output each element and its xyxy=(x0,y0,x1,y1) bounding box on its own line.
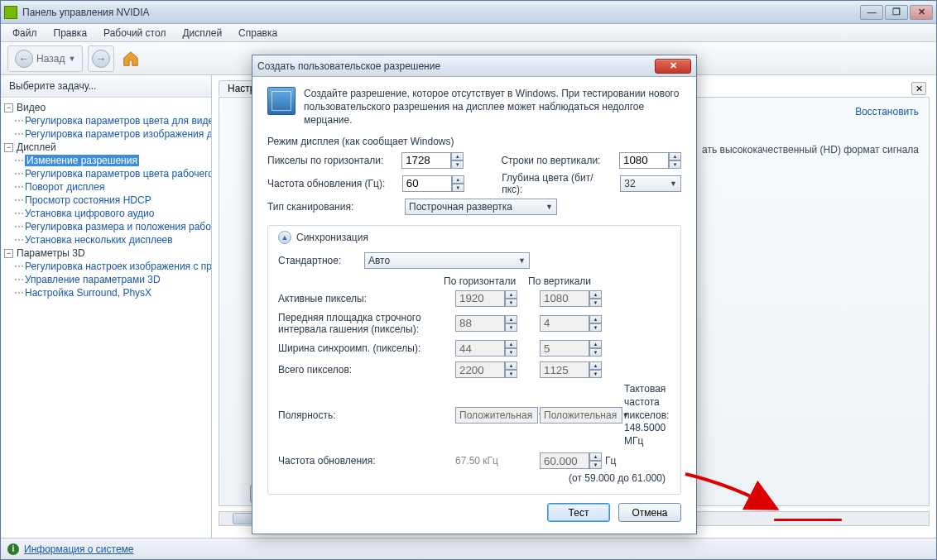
menubar: Файл Правка Рабочий стол Дисплей Справка xyxy=(1,24,936,42)
hd-fragment-text: ать высококачественный (HD) формат сигна… xyxy=(702,144,919,156)
scan-rate-v-input xyxy=(540,452,589,469)
dialog-intro-text: Создайте разрешение, которое отсутствует… xyxy=(304,87,681,127)
back-button[interactable]: ← Назад ▼ xyxy=(7,45,83,72)
porch-v-input xyxy=(540,315,589,332)
sync-width-label: Ширина синхроимп. (пикселы): xyxy=(278,342,444,354)
total-pixels-label: Всего пикселов: xyxy=(278,364,444,376)
dialog-close-button[interactable]: ✕ xyxy=(655,59,691,74)
sidebar: Выберите задачу... −Видео ⋯Регулировка п… xyxy=(1,75,212,538)
tree-item[interactable]: ⋯Поворот дисплея xyxy=(2,180,209,194)
tree-item[interactable]: ⋯Регулировка настроек изображения с прос… xyxy=(2,260,209,273)
collapse-icon[interactable]: − xyxy=(4,103,13,112)
monitor-icon xyxy=(267,87,296,115)
syncwidth-h-input xyxy=(455,340,505,357)
task-tree: −Видео ⋯Регулировка параметров цвета для… xyxy=(1,98,211,538)
tree-item[interactable]: ⋯Просмотр состояния HDCP xyxy=(2,194,209,207)
system-info-link[interactable]: Информация о системе xyxy=(24,543,133,555)
tree-group-display[interactable]: −Дисплей xyxy=(2,141,209,154)
depth-label: Глубина цвета (бит/пкс): xyxy=(502,172,613,195)
scantype-label: Тип сканирования: xyxy=(267,201,398,213)
back-arrow-icon: ← xyxy=(15,50,33,68)
menu-edit[interactable]: Правка xyxy=(46,26,96,41)
dialog-title: Создать пользовательское разрешение xyxy=(257,60,655,72)
refresh-range-note: (от 59.000 до 61.000) xyxy=(278,472,666,484)
timing-standard-select[interactable]: Авто▼ xyxy=(364,252,530,269)
display-mode-label: Режим дисплея (как сообщает Windows) xyxy=(267,136,681,147)
syncwidth-v-input xyxy=(540,340,589,357)
active-h-input xyxy=(455,290,505,307)
refresh-label: Частота обновления (Гц): xyxy=(267,178,396,189)
titlebar: Панель управления NVIDIA — ❐ ✕ xyxy=(1,1,936,24)
refresh-input[interactable] xyxy=(402,175,452,192)
col-vertical-label: По вертикали xyxy=(528,275,601,287)
tree-item[interactable]: ⋯Управление параметрами 3D xyxy=(2,273,209,286)
chevron-down-icon: ▼ xyxy=(670,179,677,188)
home-button[interactable] xyxy=(119,47,142,70)
test-button[interactable]: Тест xyxy=(547,503,610,522)
total-h-input xyxy=(455,361,505,378)
window-title: Панель управления NVIDIA xyxy=(22,7,860,18)
tree-item-change-resolution[interactable]: ⋯Изменение разрешения xyxy=(2,154,209,167)
tree-item[interactable]: ⋯Настройка Surround, PhysX xyxy=(2,286,209,299)
chevron-down-icon: ▼ xyxy=(68,55,75,63)
tree-item[interactable]: ⋯Установка нескольких дисплеев xyxy=(2,233,209,246)
collapse-icon[interactable]: − xyxy=(4,249,13,258)
porch-h-input xyxy=(455,315,505,332)
statusbar: i Информация о системе xyxy=(1,538,936,559)
nvidia-icon xyxy=(4,6,17,19)
tree-item[interactable]: ⋯Регулировка размера и положения рабочег… xyxy=(2,220,209,233)
collapse-icon[interactable]: − xyxy=(4,143,13,152)
scantype-select[interactable]: Построчная развертка▼ xyxy=(405,199,557,215)
vlines-label: Строки по вертикали: xyxy=(501,155,613,166)
vlines-input[interactable] xyxy=(619,152,669,169)
active-v-input xyxy=(540,290,589,307)
restore-link[interactable]: Восстановить xyxy=(855,106,919,117)
maximize-button[interactable]: ❐ xyxy=(885,5,908,20)
hpixels-input[interactable] xyxy=(401,152,451,169)
polarity-h-select: Положительная▼ xyxy=(455,407,538,424)
chevron-down-icon: ▼ xyxy=(545,203,553,211)
info-icon: i xyxy=(7,543,19,555)
home-icon xyxy=(122,50,140,68)
menu-desktop[interactable]: Рабочий стол xyxy=(95,26,174,41)
tree-group-video[interactable]: −Видео xyxy=(2,101,209,114)
color-depth-select[interactable]: 32▼ xyxy=(620,175,681,192)
collapse-arrow-icon[interactable]: ▲ xyxy=(278,231,291,244)
hpixels-label: Пикселы по горизонтали: xyxy=(267,155,395,166)
forward-arrow-icon: → xyxy=(92,50,110,68)
forward-button[interactable]: → xyxy=(88,45,114,72)
tree-item[interactable]: ⋯Регулировка параметров цвета для видео xyxy=(2,114,209,127)
tree-item[interactable]: ⋯Регулировка параметров цвета рабочего с… xyxy=(2,167,209,180)
active-pixels-label: Активные пикселы: xyxy=(278,293,444,304)
polarity-v-select: Положительная▼ xyxy=(540,407,622,424)
scan-rate-h: 67.50 кГц xyxy=(455,455,528,467)
pixel-clock-label: Тактовая частота пикселов:148.5000 МГц xyxy=(624,383,670,448)
inner-tab-close-icon[interactable]: ✕ xyxy=(911,82,926,95)
spinner[interactable]: ▲▼ xyxy=(451,152,464,169)
tree-item[interactable]: ⋯Установка цифрового аудио xyxy=(2,207,209,220)
timing-header: Синхронизация xyxy=(296,232,368,243)
cancel-button[interactable]: Отмена xyxy=(618,503,681,522)
spinner[interactable]: ▲▼ xyxy=(669,152,681,169)
spinner[interactable]: ▲▼ xyxy=(452,175,464,192)
col-horizontal-label: По горизонтали xyxy=(444,275,517,287)
sidebar-header: Выберите задачу... xyxy=(1,75,211,98)
chevron-down-icon: ▼ xyxy=(518,256,526,265)
scan-rate-label: Частота обновления: xyxy=(278,455,444,467)
tree-group-3d[interactable]: −Параметры 3D xyxy=(2,246,209,260)
menu-file[interactable]: Файл xyxy=(4,26,46,41)
close-button[interactable]: ✕ xyxy=(910,5,933,20)
menu-help[interactable]: Справка xyxy=(230,26,286,41)
create-custom-resolution-dialog: Создать пользовательское разрешение ✕ Со… xyxy=(252,55,697,534)
menu-display[interactable]: Дисплей xyxy=(174,26,230,41)
standard-label: Стандартное: xyxy=(278,255,358,266)
tree-item[interactable]: ⋯Регулировка параметров изображения для … xyxy=(2,127,209,141)
total-v-input xyxy=(540,361,589,378)
front-porch-label: Передняя площадка строчного интервала га… xyxy=(278,312,444,336)
timing-group: ▲ Синхронизация Стандартное: Авто▼ По го… xyxy=(267,225,681,495)
minimize-button[interactable]: — xyxy=(860,5,883,20)
dialog-titlebar: Создать пользовательское разрешение ✕ xyxy=(252,55,696,77)
polarity-label: Полярность: xyxy=(278,409,444,421)
